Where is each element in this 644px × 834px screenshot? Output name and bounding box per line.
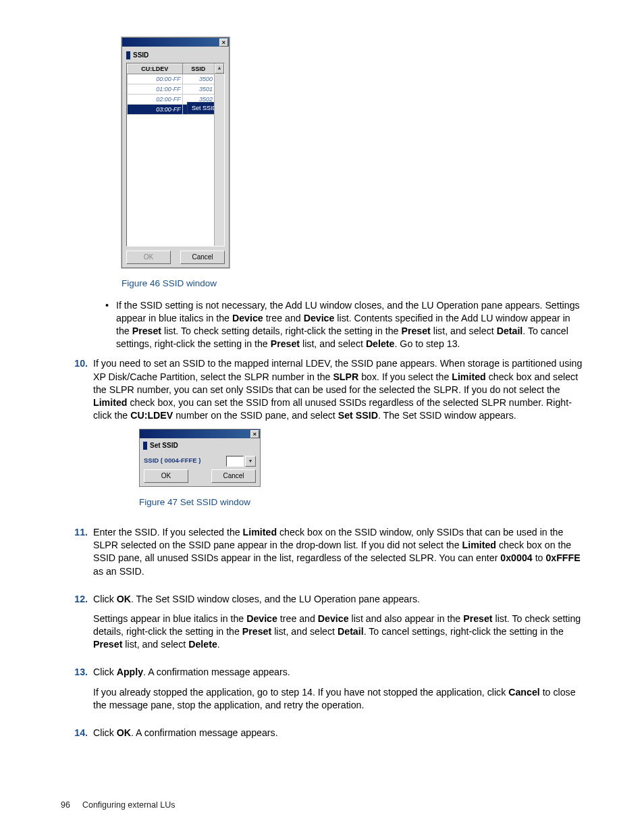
dialog-titlebar: ×: [122, 38, 229, 47]
table-row[interactable]: 01:00-FF3501: [128, 84, 215, 94]
ok-button[interactable]: OK: [126, 251, 171, 264]
table-row[interactable]: 00:00-FF3500: [128, 74, 215, 84]
step-14: 14. Click OK. A confirmation message app…: [61, 727, 583, 746]
section-title: Configuring external LUs: [82, 800, 176, 811]
col-ssid: SSID: [182, 63, 214, 74]
cancel-button[interactable]: Cancel: [211, 469, 256, 483]
panel-title: SSID: [133, 51, 149, 60]
ssid-table-wrap: CU:LDEV SSID 00:00-FF3500 01:00-FF3501 0…: [126, 63, 225, 246]
ssid-input[interactable]: [226, 456, 244, 467]
scrollbar[interactable]: ▲: [214, 63, 224, 246]
figure-caption-46: Figure 46 SSID window: [122, 278, 583, 290]
step-10: 10. If you need to set an SSID to the ma…: [61, 357, 583, 518]
ssid-input-row: SSID ( 0004-FFFE ) ▼: [140, 453, 260, 469]
col-culdev: CU:LDEV: [128, 63, 183, 74]
dialog-titlebar: ×: [140, 429, 260, 438]
step-11: 11. Enter the SSID. If you selected the …: [61, 526, 583, 585]
set-ssid-dialog: × Set SSID SSID ( 0004-FFFE ) ▼: [139, 429, 261, 487]
close-icon[interactable]: ×: [250, 430, 259, 438]
figure-caption-47: Figure 47 Set SSID window: [139, 496, 583, 509]
scroll-up-icon[interactable]: ▲: [215, 63, 224, 74]
ok-button[interactable]: OK: [144, 469, 188, 483]
ssid-range-label: SSID ( 0004-FFFE ): [144, 457, 200, 465]
step-12: 12. Click OK. The Set SSID window closes…: [61, 593, 583, 658]
dropdown-icon[interactable]: ▼: [245, 456, 256, 467]
panel-title: Set SSID: [150, 441, 178, 450]
page-footer: 96 Configuring external LUs: [61, 800, 175, 811]
page-number: 96: [61, 800, 70, 811]
step-13: 13. Click Apply. A confirmation message …: [61, 666, 583, 719]
close-icon[interactable]: ×: [219, 38, 228, 47]
panel-header: SSID: [126, 51, 225, 60]
ssid-dialog: × SSID CU:LDEV SSID 00:00-FF3500 01:00-F…: [122, 37, 230, 268]
cancel-button[interactable]: Cancel: [180, 251, 225, 264]
bullet-item: If the SSID setting is not necessary, th…: [103, 299, 583, 351]
